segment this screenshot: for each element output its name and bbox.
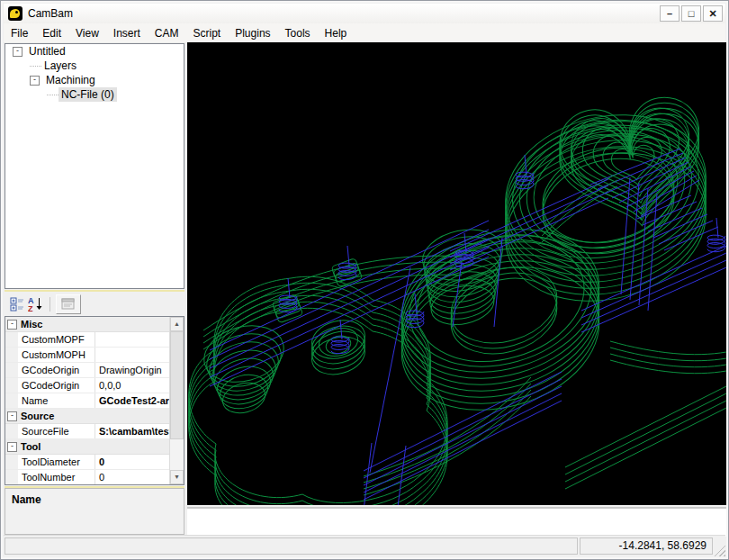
property-category-tool[interactable]: -Tool <box>5 439 169 455</box>
property-name: ToolDiameter <box>18 455 95 469</box>
property-name: ToolNumber <box>18 470 95 484</box>
tree-connector <box>30 66 41 67</box>
property-value[interactable]: DrawingOrigin <box>95 363 169 377</box>
viewport-canvas[interactable] <box>187 42 726 505</box>
tree-item-label: NC-File (0) <box>58 87 117 102</box>
menu-help[interactable]: Help <box>318 24 355 42</box>
menu-view[interactable]: View <box>68 24 106 42</box>
maximize-button[interactable]: □ <box>681 5 701 22</box>
property-name: Name <box>18 393 95 408</box>
sort-alphabetical-icon[interactable]: A Z <box>28 296 44 312</box>
property-grid-scrollbar[interactable]: ▲ ▼ <box>169 317 184 484</box>
category-label: Source <box>21 411 54 421</box>
row-margin <box>5 363 18 377</box>
tree-item-machining[interactable]: -Machining <box>5 73 184 87</box>
scrollbar-thumb[interactable] <box>170 331 184 439</box>
app-window: CamBam – □ ✕ FileEditViewInsertCAMScript… <box>0 0 729 560</box>
row-margin <box>5 378 18 393</box>
property-value[interactable]: 0 <box>95 455 169 469</box>
property-row-name[interactable]: NameGCodeTest2-arcs <box>5 393 169 409</box>
property-value[interactable] <box>95 348 169 362</box>
row-margin <box>5 332 18 347</box>
property-category-source[interactable]: -Source <box>5 409 169 424</box>
splitter-line-top <box>4 290 184 292</box>
property-value[interactable] <box>95 332 169 347</box>
category-collapse-icon[interactable]: - <box>7 320 17 330</box>
tree-expander-icon[interactable]: - <box>30 76 40 86</box>
window-controls: – □ ✕ <box>660 5 725 22</box>
property-name: CustomMOPF <box>18 332 95 347</box>
menu-tools[interactable]: Tools <box>278 24 318 42</box>
toolpath-wireframe[interactable] <box>187 42 726 505</box>
app-logo-icon <box>8 6 22 21</box>
window-title: CamBam <box>28 7 73 20</box>
row-margin <box>5 470 18 484</box>
row-margin <box>5 393 18 408</box>
menu-edit[interactable]: Edit <box>35 24 68 42</box>
menu-script[interactable]: Script <box>186 24 229 42</box>
property-row-toolnumber[interactable]: ToolNumber0 <box>5 470 169 485</box>
property-row-gcodeorigin[interactable]: GCodeOrigin0,0,0 <box>5 378 169 393</box>
cursor-coordinates: -14.2841, 58.6929 <box>580 537 713 555</box>
property-name: GCodeOrigin <box>18 378 95 393</box>
property-name: GCodeOrigin <box>18 363 95 377</box>
category-collapse-icon[interactable]: - <box>7 442 17 452</box>
property-category-misc[interactable]: -Misc <box>5 317 169 332</box>
scroll-up-icon[interactable]: ▲ <box>170 317 184 331</box>
property-row-tooldiameter[interactable]: ToolDiameter0 <box>5 455 169 470</box>
category-label: Misc <box>21 319 42 330</box>
property-value[interactable]: 0,0,0 <box>95 378 169 393</box>
bottom-panel <box>187 507 726 537</box>
menu-plugins[interactable]: Plugins <box>228 24 277 42</box>
close-button[interactable]: ✕ <box>703 5 723 22</box>
menu-insert[interactable]: Insert <box>106 24 148 42</box>
property-row-gcodeorigin[interactable]: GCodeOriginDrawingOrigin <box>5 363 169 378</box>
property-pages-button[interactable] <box>56 294 81 314</box>
tree-item-nc-file-0-[interactable]: NC-File (0) <box>5 87 184 102</box>
tree-item-layers[interactable]: Layers <box>5 59 184 73</box>
property-value[interactable]: S:\cambam\test- <box>95 424 169 438</box>
row-margin <box>5 348 18 362</box>
tree-item-label: Untitled <box>26 44 68 59</box>
menubar: FileEditViewInsertCAMScriptPluginsToolsH… <box>4 23 725 43</box>
tree-item-label: Machining <box>43 73 98 87</box>
property-toolbar: A Z <box>4 293 184 316</box>
menu-file[interactable]: File <box>4 24 35 42</box>
scroll-down-icon[interactable]: ▼ <box>170 470 184 484</box>
category-label: Tool <box>21 441 40 452</box>
toolbar-separator <box>50 297 50 312</box>
project-tree[interactable]: -UntitledLayers-MachiningNC-File (0) <box>4 43 184 289</box>
resize-grip[interactable] <box>714 545 725 556</box>
property-grid[interactable]: -MiscCustomMOPFCustomMOPHGCodeOriginDraw… <box>4 316 184 485</box>
property-row-sourcefile[interactable]: SourceFileS:\cambam\test- <box>5 424 169 439</box>
property-row-custommoph[interactable]: CustomMOPH <box>5 348 169 363</box>
property-value[interactable]: 0 <box>95 470 169 484</box>
tree-connector <box>47 95 58 95</box>
tree-item-label: Layers <box>41 59 79 73</box>
property-grid-rows: -MiscCustomMOPFCustomMOPHGCodeOriginDraw… <box>5 317 169 484</box>
svg-text:Z: Z <box>28 304 33 312</box>
category-collapse-icon[interactable]: - <box>7 411 17 421</box>
property-description-title: Name <box>5 489 184 510</box>
categorized-icon[interactable] <box>9 296 25 312</box>
property-name: SourceFile <box>18 424 95 438</box>
tree-expander-icon[interactable]: - <box>13 47 22 57</box>
menu-cam[interactable]: CAM <box>148 24 186 42</box>
tree-item-untitled[interactable]: -Untitled <box>5 44 184 59</box>
row-margin <box>5 424 18 438</box>
status-message-panel <box>4 537 578 555</box>
status-bar: -14.2841, 58.6929 <box>4 535 725 556</box>
property-row-custommopf[interactable]: CustomMOPF <box>5 332 169 348</box>
row-margin <box>5 455 18 469</box>
minimize-button[interactable]: – <box>660 5 680 22</box>
property-description-panel: Name <box>4 488 184 535</box>
property-value[interactable]: GCodeTest2-arcs <box>95 393 169 408</box>
title-bar[interactable]: CamBam – □ ✕ <box>4 4 725 23</box>
property-name: CustomMOPH <box>18 348 95 362</box>
